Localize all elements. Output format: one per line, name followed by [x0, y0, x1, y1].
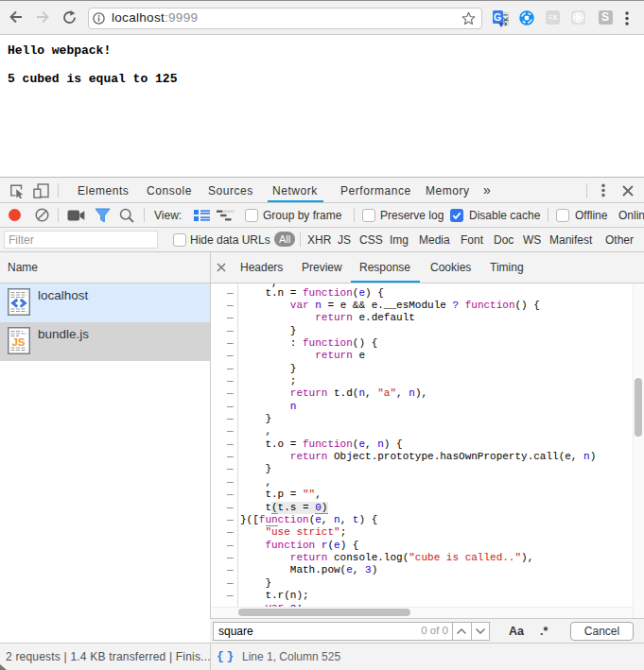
svg-text:JS: JS [11, 336, 25, 348]
